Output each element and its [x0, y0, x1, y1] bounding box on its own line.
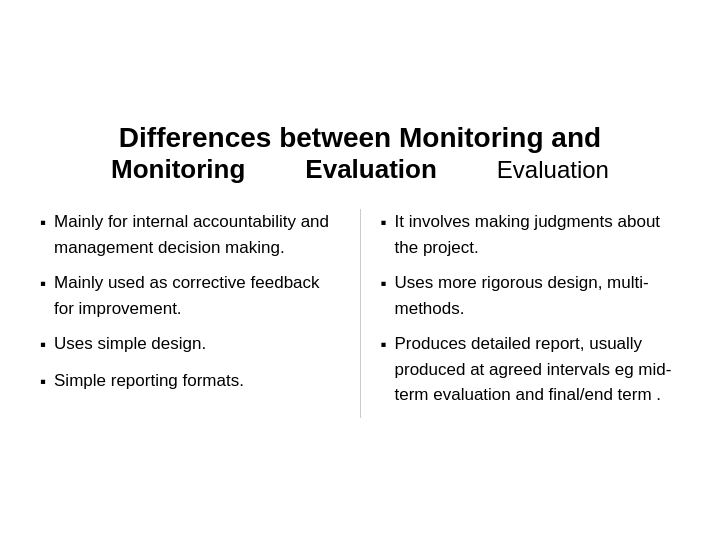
list-item: ▪ Uses more rigorous design, multi-metho…: [381, 270, 681, 321]
bullet-icon: ▪: [381, 210, 387, 236]
bullet-icon: ▪: [381, 332, 387, 358]
list-item: ▪ Mainly for internal accountability and…: [40, 209, 340, 260]
title-monitoring: Monitoring: [111, 154, 245, 185]
monitoring-bullet-4: Simple reporting formats.: [54, 368, 339, 394]
monitoring-bullet-2: Mainly used as corrective feedback for i…: [54, 270, 339, 321]
column-divider: [360, 209, 361, 418]
monitoring-bullet-1: Mainly for internal accountability and m…: [54, 209, 339, 260]
list-item: ▪ Uses simple design.: [40, 331, 340, 358]
bullet-icon: ▪: [40, 271, 46, 297]
list-item: ▪ Mainly used as corrective feedback for…: [40, 270, 340, 321]
title-line2: Monitoring Evaluation Evaluation: [40, 154, 680, 185]
list-item: ▪ Produces detailed report, usually prod…: [381, 331, 681, 408]
bullet-icon: ▪: [40, 210, 46, 236]
columns: ▪ Mainly for internal accountability and…: [40, 209, 680, 418]
evaluation-bullet-3: Produces detailed report, usually produc…: [395, 331, 680, 408]
evaluation-column: ▪ It involves making judgments about the…: [381, 209, 681, 418]
title-block: Differences between Monitoring and Monit…: [40, 122, 680, 185]
bullet-icon: ▪: [40, 369, 46, 395]
evaluation-bullet-2: Uses more rigorous design, multi-methods…: [395, 270, 680, 321]
bullet-icon: ▪: [40, 332, 46, 358]
title-evaluation-bold: Evaluation: [305, 154, 436, 185]
monitoring-column: ▪ Mainly for internal accountability and…: [40, 209, 340, 404]
evaluation-bullet-1: It involves making judgments about the p…: [395, 209, 680, 260]
title-line1: Differences between Monitoring and: [40, 122, 680, 154]
list-item: ▪ Simple reporting formats.: [40, 368, 340, 395]
bullet-icon: ▪: [381, 271, 387, 297]
list-item: ▪ It involves making judgments about the…: [381, 209, 681, 260]
monitoring-bullet-3: Uses simple design.: [54, 331, 339, 357]
main-container: Differences between Monitoring and Monit…: [10, 102, 710, 438]
title-evaluation-normal: Evaluation: [497, 156, 609, 184]
